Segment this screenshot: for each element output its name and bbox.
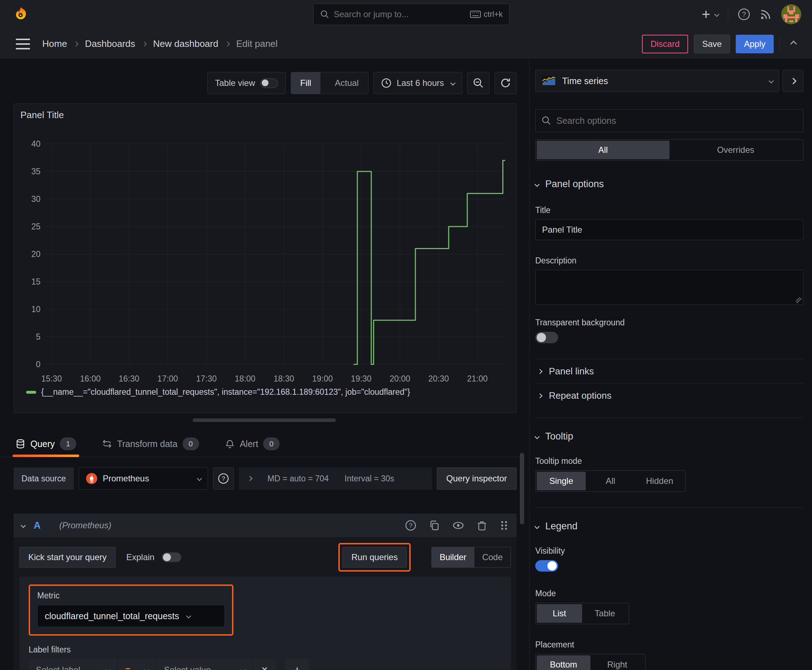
pane-resize-handle[interactable] (193, 418, 336, 422)
add-filter-button[interactable]: + (286, 659, 309, 670)
help-button[interactable]: ? (737, 8, 751, 21)
legend-series-label[interactable]: {__name__="cloudflared_tunnel_total_requ… (41, 387, 410, 397)
legend-placement-label: Placement (535, 640, 804, 650)
legend-table-option[interactable]: Table (582, 604, 627, 623)
svg-text:19:30: 19:30 (351, 374, 371, 383)
select-value-dropdown[interactable]: Select value (157, 659, 252, 670)
tooltip-hidden-option[interactable]: Hidden (635, 472, 684, 490)
actual-option[interactable]: Actual (325, 72, 368, 94)
zoom-out-button[interactable] (467, 72, 490, 94)
time-series-chart[interactable]: 051015202530354015:3016:0016:3017:0017:3… (14, 104, 516, 413)
tab-transform-data[interactable]: Transform data 0 (102, 431, 199, 457)
menu-toggle-button[interactable] (16, 39, 30, 49)
refresh-button[interactable] (495, 72, 517, 94)
tab-overrides[interactable]: Overrides (670, 140, 802, 159)
tooltip-mode-switch: Single All Hidden (535, 470, 686, 492)
collapse-header-button[interactable] (785, 42, 801, 46)
metric-select[interactable]: cloudflared_tunnel_total_requests (37, 605, 225, 627)
user-avatar[interactable] (781, 4, 801, 24)
resize-grip-icon[interactable] (796, 298, 802, 303)
remove-filter-button[interactable]: ✕ (253, 659, 276, 670)
fill-actual-switch: Fill Actual (291, 72, 368, 94)
breadcrumb-home[interactable]: Home (42, 38, 67, 49)
panel-title-input[interactable] (535, 219, 804, 240)
svg-text:17:30: 17:30 (196, 374, 217, 383)
breadcrumb-separator-icon (73, 41, 78, 46)
transparent-bg-label: Transparent background (535, 318, 804, 328)
svg-text:25: 25 (31, 222, 41, 231)
legend-visibility-toggle[interactable] (535, 560, 558, 572)
table-view-toggle[interactable] (260, 78, 278, 88)
apply-button[interactable]: Apply (736, 35, 774, 53)
code-option[interactable]: Code (475, 547, 510, 567)
time-range-label: Last 6 hours (397, 78, 444, 88)
options-search-input[interactable] (556, 116, 797, 126)
collapse-query-icon[interactable] (21, 523, 26, 528)
options-search[interactable] (535, 109, 804, 132)
run-queries-button[interactable]: Run queries (342, 547, 406, 568)
delete-query-icon[interactable] (476, 520, 487, 531)
time-range-picker[interactable]: Last 6 hours (373, 72, 462, 94)
legend-bottom-option[interactable]: Bottom (537, 655, 590, 670)
legend-right-option[interactable]: Right (590, 655, 644, 670)
datasource-picker[interactable]: Prometheus (79, 467, 208, 490)
tab-all[interactable]: All (537, 140, 670, 159)
select-label-dropdown[interactable]: Select label (29, 659, 117, 670)
duplicate-query-icon[interactable] (429, 520, 440, 531)
global-search[interactable]: ctrl+k (313, 3, 509, 25)
discard-button[interactable]: Discard (642, 35, 688, 53)
tab-alert-label: Alert (240, 439, 258, 449)
legend-list-option[interactable]: List (537, 604, 582, 623)
toggle-options-pane-button[interactable] (783, 70, 804, 92)
panel-links-section[interactable]: Panel links (535, 359, 804, 383)
chart-legend[interactable]: {__name__="cloudflared_tunnel_total_requ… (26, 387, 410, 397)
svg-text:35: 35 (31, 167, 41, 176)
search-input[interactable] (334, 9, 466, 19)
panel-options-header[interactable]: Panel options (535, 179, 804, 189)
legend-header[interactable]: Legend (535, 521, 804, 532)
chevron-right-icon (790, 78, 796, 84)
panel-options-title: Panel options (545, 179, 604, 189)
transparent-bg-toggle[interactable] (535, 332, 558, 343)
tooltip-single-option[interactable]: Single (537, 472, 586, 490)
svg-text:10: 10 (31, 305, 41, 314)
explain-toggle[interactable] (162, 552, 181, 562)
breadcrumb-dashboards[interactable]: Dashboards (85, 38, 135, 49)
chevron-down-icon (186, 613, 191, 618)
save-button[interactable]: Save (694, 35, 730, 53)
label-filter-row: Select label = Select value ✕ + (29, 659, 502, 670)
chevron-down-icon (105, 668, 110, 670)
legend-placement-switch: Bottom Right (535, 654, 646, 670)
operator-dropdown[interactable]: = (118, 659, 155, 670)
bell-icon (225, 439, 235, 449)
tab-alert[interactable]: Alert 0 (225, 431, 280, 457)
tooltip-header[interactable]: Tooltip (535, 431, 804, 442)
query-ref-id: A (34, 520, 41, 531)
datasource-help-button[interactable]: ? (213, 467, 234, 490)
repeat-options-section[interactable]: Repeat options (535, 383, 804, 408)
fill-option[interactable]: Fill (291, 72, 321, 94)
query-inspector-button[interactable]: Query inspector (437, 467, 517, 490)
builder-option[interactable]: Builder (432, 547, 475, 567)
visualization-picker[interactable]: Time series (535, 70, 779, 92)
drag-handle-icon[interactable] (500, 520, 509, 531)
main-scrollbar-thumb[interactable] (520, 453, 524, 524)
news-button[interactable] (760, 8, 772, 20)
svg-text:15:30: 15:30 (41, 374, 62, 383)
title-field-label: Title (535, 205, 804, 215)
new-menu-button[interactable] (701, 9, 719, 20)
top-nav-bar: ctrl+k ? (0, 0, 812, 29)
kick-start-button[interactable]: Kick start your query (19, 547, 116, 568)
breadcrumb-separator-icon (141, 41, 146, 46)
hide-response-icon[interactable] (452, 520, 464, 531)
tooltip-all-option[interactable]: All (586, 472, 635, 490)
tab-query[interactable]: Query 1 (15, 431, 76, 457)
query-options-interval: Interval = 30s (344, 474, 394, 484)
query-help-icon[interactable]: ? (405, 520, 416, 531)
query-options-collapsed[interactable]: MD = auto = 704 Interval = 30s (239, 467, 432, 490)
breadcrumb-new-dashboard[interactable]: New dashboard (153, 38, 219, 49)
query-row-header[interactable]: A (Prometheus) ? (14, 514, 517, 537)
description-textarea[interactable] (535, 270, 804, 305)
plus-icon (701, 9, 711, 20)
grafana-logo-icon[interactable] (13, 6, 29, 22)
